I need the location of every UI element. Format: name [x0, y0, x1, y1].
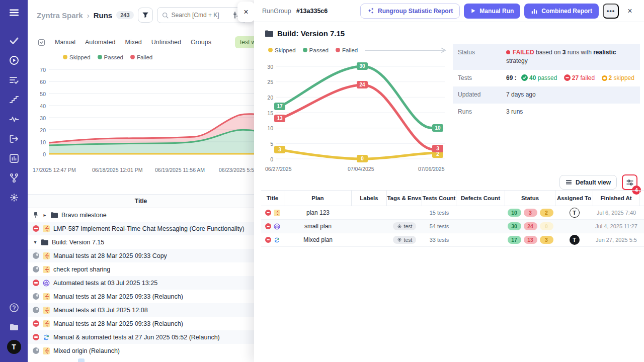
status-failed-icon [265, 237, 271, 243]
runs-label: Runs [458, 108, 506, 116]
failed-badge: 24 [524, 222, 537, 230]
default-view-button[interactable]: Default view [559, 175, 617, 190]
run-detail-row-mixed-plan[interactable]: Mixed plan test 33 tests 17 13 3 T Jun 2… [261, 233, 644, 247]
runs-table: Title ▸ Bravo milestone LMP-587 Implemen… [28, 194, 254, 357]
x-tick: 06/19/2025 11:56 AM [155, 167, 205, 173]
run-row-build-version[interactable]: ▾ Build: Version 7.15 [28, 235, 254, 249]
rungroup-runs-table: Title Plan Labels Tags & Envs Tests Coun… [261, 190, 644, 247]
run-row-mixed-origin[interactable]: Mixed origin (Relaunch) [28, 344, 254, 357]
breadcrumb-separator: › [87, 11, 90, 20]
manual-spark-icon [43, 320, 50, 327]
tab-manual[interactable]: Manual [55, 39, 75, 46]
chevron-right-icon[interactable]: ▸ [42, 212, 47, 218]
runs-play-circle-icon[interactable] [9, 55, 20, 66]
run-title: check report sharing [53, 266, 110, 273]
env-tag[interactable]: test [393, 222, 417, 230]
folder-icon[interactable] [9, 322, 20, 333]
y-tick: 30 [261, 64, 273, 70]
panel-close-button[interactable]: × [237, 2, 254, 22]
assignee-avatar[interactable]: T [570, 208, 580, 218]
plan-name[interactable]: small plan [284, 220, 352, 233]
filter-button[interactable] [138, 8, 153, 23]
branch-icon[interactable] [9, 172, 20, 184]
user-avatar[interactable]: T [7, 340, 21, 354]
tab-automated[interactable]: Automated [85, 39, 115, 46]
close-panel-button[interactable]: × [623, 4, 637, 18]
runs-value: 3 runs [506, 108, 523, 116]
run-detail-row-small-plan[interactable]: small plan test 54 tests 30 24 0 Jul 4, … [261, 220, 644, 233]
run-title: Manual tests at 03 Jul 2025 12:08 [53, 307, 148, 314]
tests-label: Tests [458, 74, 506, 82]
workspace-pill[interactable]: test work [235, 36, 254, 48]
failed-dot-icon [506, 50, 510, 54]
plan-name[interactable]: plan 123 [284, 206, 352, 219]
y-tick: 5 [261, 141, 273, 147]
status-failed-icon [33, 334, 39, 340]
table-settings-sliders-button[interactable]: 4 [622, 174, 637, 190]
status-neutral-icon [33, 266, 39, 273]
rungroup-title: Build: Version 7.15 [265, 29, 345, 38]
tests-count: 33 tests [422, 233, 456, 246]
chevron-down-icon[interactable]: ▾ [33, 239, 38, 245]
partial-next-row-icon [78, 358, 85, 362]
help-icon[interactable] [9, 302, 20, 313]
pin-icon[interactable] [33, 212, 39, 218]
tests-count: 54 tests [422, 220, 456, 233]
run-row-bravo-milestone[interactable]: ▸ Bravo milestone [28, 208, 254, 222]
run-row-manual-relaunch-1[interactable]: Manual tests at 28 Mar 2025 09:33 (Relau… [28, 290, 254, 303]
breadcrumb-project[interactable]: Zyntra Spark [37, 11, 83, 20]
run-row-manual-copy[interactable]: Manual tests at 28 Mar 2025 09:33 Copy [28, 249, 254, 262]
runs-tabs: Manual Automated Mixed Unfinished Groups… [38, 36, 254, 48]
manual-run-button[interactable]: Manual Run [464, 4, 520, 19]
settings-gear-icon[interactable] [9, 192, 20, 203]
run-row-lmp-587[interactable]: LMP-587 Implement Real-Time Chat Messagi… [28, 222, 254, 235]
manual-spark-icon [43, 266, 50, 273]
run-row-check-report[interactable]: check report sharing [28, 262, 254, 276]
info-row-tests: Tests 69 : 40 passed 27 failed 2 skipped [453, 70, 640, 86]
more-options-button[interactable]: ••• [603, 4, 619, 19]
breadcrumb-page[interactable]: Runs [94, 11, 113, 20]
run-title: Manual tests at 28 Mar 2025 09:33 (Relau… [53, 320, 183, 327]
run-title: Bravo milestone [61, 212, 107, 219]
tab-unfinished[interactable]: Unfinished [151, 39, 181, 46]
check-icon[interactable] [9, 35, 20, 46]
tab-groups[interactable]: Groups [191, 39, 211, 46]
skipped-dot-icon [268, 48, 273, 52]
statistic-report-button[interactable]: Rungroup Statistic Report [360, 4, 460, 19]
run-row-automated[interactable]: Automated tests at 03 Jul 2025 13:25 [28, 276, 254, 290]
activity-pulse-icon[interactable] [9, 114, 20, 125]
manual-spark-icon [43, 307, 50, 314]
steps-icon[interactable] [9, 94, 20, 105]
run-detail-row-plan-123[interactable]: plan 123 15 tests 10 3 2 T Jul 6, 2025 7… [261, 206, 644, 220]
runs-list-panel: Zyntra Spark › Runs 243 × Manual Automat… [28, 0, 254, 362]
finished-at: Jul 4, 2025 11:27 [593, 220, 639, 233]
folder-icon [41, 239, 48, 245]
passed-point-label: 17 [274, 103, 285, 110]
env-tag[interactable]: test [393, 236, 417, 244]
status-neutral-icon [33, 307, 39, 313]
automated-robot-icon [274, 223, 280, 230]
run-title: Mixed origin (Relaunch) [53, 347, 120, 354]
combined-report-button[interactable]: Combined Report [524, 4, 599, 19]
run-row-manual-relaunch-2[interactable]: Manual tests at 28 Mar 2025 09:33 (Relau… [28, 317, 254, 330]
gear-icon [397, 237, 402, 242]
bar-chart-icon [531, 8, 538, 15]
assignee-avatar[interactable]: T [570, 235, 580, 245]
line-chart-svg [276, 62, 445, 163]
run-row-manual-automated[interactable]: Manual & automated tests at 27 Jun 2025 … [28, 330, 254, 344]
list-check-icon[interactable] [9, 74, 20, 85]
status-value: FAILED based on 3 runs with realistic st… [506, 48, 635, 66]
search-input[interactable] [172, 12, 237, 19]
select-all-icon[interactable] [38, 39, 45, 46]
y-tick: 20 [32, 127, 46, 133]
plan-name[interactable]: Mixed plan [284, 233, 352, 246]
menu-icon[interactable] [9, 7, 20, 18]
passed-point-label: 30 [357, 62, 368, 70]
bar-chart-icon[interactable] [9, 153, 20, 164]
run-row-manual-jul[interactable]: Manual tests at 03 Jul 2025 12:08 [28, 303, 254, 317]
tab-mixed[interactable]: Mixed [125, 39, 141, 46]
runs-table-header: Title Plan Labels Tags & Envs Tests Coun… [261, 190, 644, 206]
import-icon[interactable] [9, 133, 20, 144]
overview-chart-legend: Skipped Passed Failed [63, 54, 152, 60]
manual-spark-icon [274, 210, 280, 216]
